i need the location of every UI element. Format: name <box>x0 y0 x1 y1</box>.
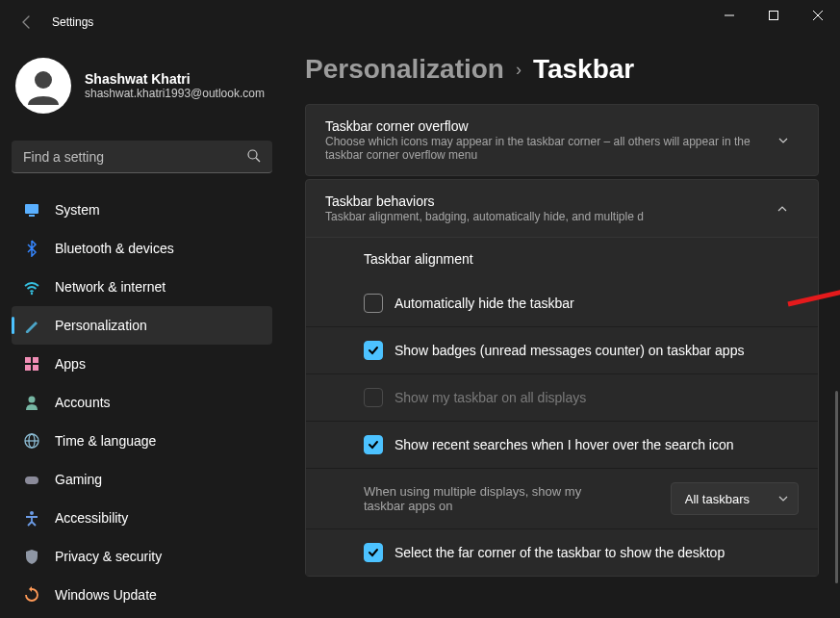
breadcrumb-current: Taskbar <box>533 54 634 85</box>
behavior-option-2: Show my taskbar on all displays <box>306 373 818 421</box>
behavior-label-2: Show my taskbar on all displays <box>395 390 799 405</box>
sidebar-item-apps[interactable]: Apps <box>12 345 272 383</box>
sidebar-item-label: Personalization <box>55 318 147 333</box>
person-icon <box>23 394 40 411</box>
svg-line-6 <box>256 158 260 162</box>
sidebar-item-network-internet[interactable]: Network & internet <box>12 268 272 306</box>
svg-point-4 <box>35 71 52 89</box>
multi-display-dropdown[interactable]: All taskbars <box>671 482 799 515</box>
apps-icon <box>23 355 40 373</box>
svg-point-9 <box>31 293 33 295</box>
far-corner-row[interactable]: Select the far corner of the taskbar to … <box>306 528 818 576</box>
search-input-wrap[interactable] <box>12 141 272 173</box>
far-corner-label: Select the far corner of the taskbar to … <box>395 545 799 560</box>
behavior-label-0: Automatically hide the taskbar <box>395 296 799 311</box>
sidebar-item-label: Accounts <box>55 395 111 410</box>
sidebar-item-label: Time & language <box>55 433 156 449</box>
search-icon <box>246 148 261 166</box>
sidebar-item-accounts[interactable]: Accounts <box>12 383 272 422</box>
minimize-button[interactable] <box>707 0 751 31</box>
search-input[interactable] <box>23 149 246 165</box>
sidebar-item-label: System <box>55 202 100 218</box>
svg-point-14 <box>29 397 36 403</box>
system-icon <box>23 201 40 219</box>
close-button[interactable] <box>796 0 840 31</box>
card-overflow-sub: Choose which icons may appear in the tas… <box>325 135 777 162</box>
svg-rect-13 <box>33 365 38 371</box>
globe-icon <box>23 432 40 450</box>
card-overflow-title: Taskbar corner overflow <box>325 118 777 134</box>
breadcrumb: Personalization › Taskbar <box>305 54 819 85</box>
multi-display-label: When using multiple displays, show my ta… <box>364 484 595 513</box>
card-overflow: Taskbar corner overflow Choose which ico… <box>305 104 819 176</box>
profile-name: Shashwat Khatri <box>85 71 265 87</box>
far-corner-checkbox[interactable] <box>364 543 383 562</box>
svg-point-19 <box>30 511 34 515</box>
accessibility-icon <box>23 509 40 527</box>
sidebar-item-label: Gaming <box>55 472 102 487</box>
chevron-up-icon <box>776 202 789 216</box>
svg-rect-12 <box>25 365 31 371</box>
card-behaviors-title: Taskbar behaviors <box>325 193 644 209</box>
sidebar-item-windows-update[interactable]: Windows Update <box>12 576 272 614</box>
scrollbar[interactable] <box>835 391 838 618</box>
behavior-checkbox-2 <box>364 388 383 407</box>
chevron-down-icon <box>777 134 789 147</box>
card-behaviors-toggle[interactable]: Taskbar behaviors Taskbar alignment, bad… <box>306 180 818 237</box>
svg-rect-1 <box>770 12 778 20</box>
sidebar-item-label: Windows Update <box>55 587 157 603</box>
sidebar-item-bluetooth-devices[interactable]: Bluetooth & devices <box>12 229 272 268</box>
shield-icon <box>23 548 40 565</box>
svg-rect-18 <box>25 476 38 484</box>
card-behaviors-sub: Taskbar alignment, badging, automaticall… <box>325 210 644 223</box>
svg-rect-7 <box>25 204 38 214</box>
brush-icon <box>23 317 40 334</box>
sidebar-item-personalization[interactable]: Personalization <box>12 306 272 345</box>
behavior-label-3: Show recent searches when I hover over t… <box>395 437 799 452</box>
behavior-option-1[interactable]: Show badges (unread messages counter) on… <box>306 326 818 373</box>
behavior-checkbox-0[interactable] <box>364 294 383 313</box>
taskbar-alignment-row: Taskbar alignment <box>306 238 818 280</box>
card-behaviors: Taskbar behaviors Taskbar alignment, bad… <box>305 179 819 577</box>
behavior-checkbox-1[interactable] <box>364 341 383 360</box>
chevron-down-icon <box>778 492 788 506</box>
maximize-button[interactable] <box>751 0 796 31</box>
gamepad-icon <box>23 471 40 488</box>
back-button[interactable] <box>17 13 37 32</box>
sidebar-item-label: Bluetooth & devices <box>55 241 174 256</box>
behavior-option-0[interactable]: Automatically hide the taskbar <box>306 280 818 326</box>
sidebar-item-accessibility[interactable]: Accessibility <box>12 499 272 537</box>
sidebar-item-label: Accessibility <box>55 510 128 526</box>
multi-display-row: When using multiple displays, show my ta… <box>306 468 818 528</box>
profile-email: shashwat.khatri1993@outlook.com <box>85 87 265 100</box>
profile-block[interactable]: Shashwat Khatri shashwat.khatri1993@outl… <box>12 54 272 129</box>
wifi-icon <box>23 278 40 296</box>
sidebar-item-gaming[interactable]: Gaming <box>12 460 272 499</box>
svg-rect-10 <box>25 357 31 363</box>
taskbar-alignment-label: Taskbar alignment <box>364 251 799 267</box>
avatar <box>15 58 71 114</box>
multi-display-value: All taskbars <box>685 492 750 506</box>
behavior-label-1: Show badges (unread messages counter) on… <box>395 343 799 358</box>
sidebar-item-privacy-security[interactable]: Privacy & security <box>12 537 272 576</box>
window-title: Settings <box>52 15 93 29</box>
card-overflow-toggle[interactable]: Taskbar corner overflow Choose which ico… <box>306 105 818 175</box>
sidebar-item-label: Network & internet <box>55 279 165 295</box>
svg-rect-8 <box>29 215 35 217</box>
svg-rect-11 <box>33 357 38 363</box>
svg-point-5 <box>248 150 257 159</box>
sidebar-item-label: Privacy & security <box>55 549 162 564</box>
behavior-checkbox-3[interactable] <box>364 435 383 454</box>
behavior-option-3[interactable]: Show recent searches when I hover over t… <box>306 421 818 468</box>
update-icon <box>23 586 40 604</box>
sidebar-item-system[interactable]: System <box>12 191 272 229</box>
bluetooth-icon <box>23 240 40 257</box>
chevron-right-icon: › <box>516 60 522 80</box>
sidebar: Shashwat Khatri shashwat.khatri1993@outl… <box>0 44 284 618</box>
sidebar-item-label: Apps <box>55 356 86 372</box>
breadcrumb-parent[interactable]: Personalization <box>305 54 504 85</box>
sidebar-item-time-language[interactable]: Time & language <box>12 422 272 460</box>
